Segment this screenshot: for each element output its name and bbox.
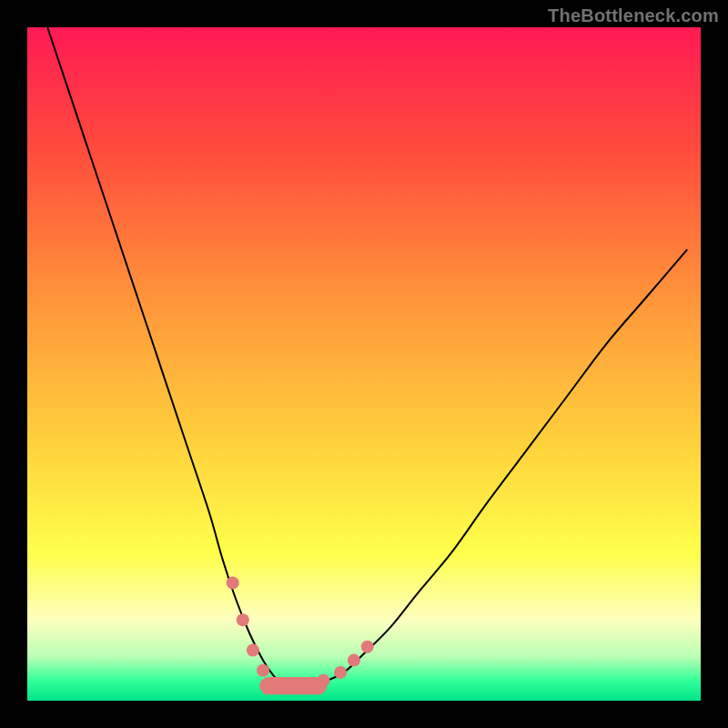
highlight-dot	[257, 664, 269, 677]
highlight-dot	[247, 644, 259, 657]
watermark-label: TheBottleneck.com	[548, 5, 719, 26]
highlight-dot	[227, 577, 239, 590]
gradient-background	[27, 27, 701, 701]
highlight-dot	[334, 666, 347, 679]
bottleneck-chart	[0, 0, 728, 728]
highlight-bar	[259, 677, 327, 694]
highlight-dot	[348, 654, 360, 667]
chart-frame: TheBottleneck.com	[0, 0, 728, 728]
highlight-dot	[237, 613, 249, 626]
highlight-dot	[361, 641, 374, 653]
